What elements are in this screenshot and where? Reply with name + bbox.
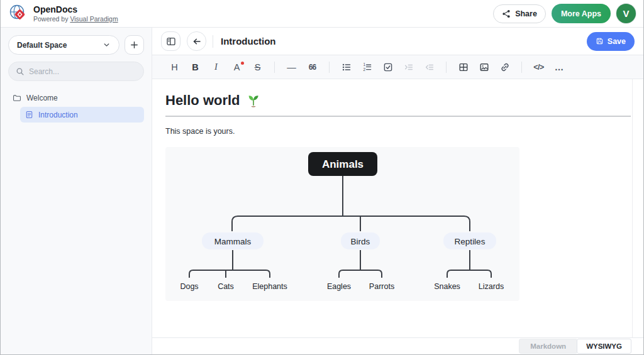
tree-item-welcome[interactable]: Welcome [8, 90, 144, 106]
chevron-down-icon [103, 41, 111, 49]
bullet-list-icon [341, 62, 352, 72]
doc-header: Introduction Save [152, 28, 643, 55]
editor-status-bar: Markdown WYSIWYG [152, 337, 643, 354]
share-icon [502, 9, 511, 18]
app-tagline: Powered by Visual Paradigm [33, 15, 118, 23]
font-color-button[interactable]: A [228, 59, 245, 75]
tree-item-introduction[interactable]: Introduction [20, 107, 144, 123]
app-title: OpenDocs [33, 4, 118, 14]
branch-node-label: Birds [351, 237, 370, 246]
blockquote-button[interactable]: 66 [304, 59, 321, 75]
leaf-node-label: Cats [218, 282, 234, 291]
branch-node-label: Reptiles [455, 237, 486, 246]
arrow-left-icon [192, 36, 202, 46]
save-label: Save [608, 37, 626, 46]
root-node-label: Animals [322, 158, 364, 170]
leaf-nodes: Dogs Cats Elephants Eagles Parrots Snake… [180, 282, 504, 291]
visual-paradigm-logo-icon [8, 4, 28, 23]
link-icon [500, 62, 510, 72]
header-divider [213, 35, 213, 48]
tree-item-label: Welcome [26, 94, 58, 102]
scrollbar-gutter [632, 79, 633, 337]
horizontal-rule-button[interactable]: — [283, 59, 300, 75]
table-button[interactable] [455, 59, 472, 75]
toolbar-divider [274, 62, 275, 73]
table-icon [458, 62, 469, 72]
page-tree: Welcome Introduction [8, 90, 144, 123]
more-apps-button[interactable]: More Apps [552, 4, 611, 23]
add-space-button[interactable] [125, 35, 144, 55]
indent-button[interactable] [400, 59, 417, 75]
link-button[interactable] [496, 59, 513, 75]
bullet-list-button[interactable] [338, 59, 355, 75]
italic-button[interactable]: I [208, 59, 225, 75]
outdent-button[interactable] [421, 59, 438, 75]
tree-connectors [189, 176, 491, 278]
image-icon [479, 62, 489, 72]
branch-node-label: Mammals [214, 237, 252, 246]
space-selector[interactable]: Default Space [8, 35, 119, 55]
more-options-button[interactable]: … [551, 59, 568, 75]
share-button[interactable]: Share [493, 4, 546, 23]
search-input[interactable] [29, 67, 136, 76]
strikethrough-button[interactable]: S [249, 59, 266, 75]
leaf-node-label: Parrots [369, 282, 394, 291]
leaf-node-label: Lizards [479, 282, 504, 291]
heading-button[interactable]: H [166, 59, 183, 75]
user-avatar[interactable]: V [616, 4, 636, 23]
leaf-node-label: Dogs [180, 282, 198, 291]
folder-icon [13, 94, 21, 102]
toolbar-divider [446, 62, 447, 73]
sidebar: Default Space [1, 28, 152, 354]
tree-diagram-svg: Animals Mammals Birds Reptiles Dogs Cats [165, 147, 519, 301]
outdent-icon [425, 62, 435, 72]
search-box [8, 62, 144, 81]
page-title: Introduction [221, 36, 275, 46]
main-panel: Introduction Save H B I A S — 66 [152, 28, 643, 354]
animals-tree-diagram[interactable]: Animals Mammals Birds Reptiles Dogs Cats [165, 147, 519, 301]
editor-area[interactable]: Hello world This space is yours. [152, 79, 643, 337]
top-header: OpenDocs Powered by Visual Paradigm Shar… [1, 0, 643, 28]
space-selector-value: Default Space [17, 41, 67, 50]
svg-text:2: 2 [363, 67, 365, 72]
code-button[interactable]: </> [530, 59, 547, 75]
document-paragraph: This space is yours. [165, 127, 643, 136]
leaf-node-label: Snakes [434, 282, 460, 291]
image-button[interactable] [475, 59, 492, 75]
indent-icon [404, 62, 414, 72]
numbered-list-button[interactable]: 1 2 [358, 59, 375, 75]
wysiwyg-mode-button[interactable]: WYSIWYG [577, 339, 631, 354]
leaf-node-label: Eagles [327, 282, 351, 291]
seedling-emoji [247, 94, 260, 107]
save-icon [596, 37, 604, 45]
plus-icon [130, 40, 139, 50]
document-icon [25, 111, 33, 119]
formatting-toolbar: H B I A S — 66 1 2 [152, 55, 643, 79]
toolbar-divider [329, 62, 330, 73]
bold-button[interactable]: B [187, 59, 204, 75]
numbered-list-icon: 1 2 [362, 62, 372, 72]
back-button[interactable] [187, 31, 206, 51]
header-actions: Share More Apps V [493, 4, 636, 23]
markdown-mode-button[interactable]: Markdown [519, 339, 577, 354]
branch-nodes: Mammals Birds Reptiles [202, 232, 496, 249]
panel-toggle-icon [166, 36, 176, 46]
opendocs-app: OpenDocs Powered by Visual Paradigm Shar… [1, 0, 643, 354]
color-dot [241, 62, 244, 65]
save-button[interactable]: Save [587, 32, 635, 51]
checkbox-icon [383, 62, 393, 72]
brand-block: OpenDocs Powered by Visual Paradigm [33, 4, 118, 22]
task-list-button[interactable] [379, 59, 396, 75]
heading-rule [165, 116, 631, 117]
leaf-node-label: Elephants [252, 282, 287, 291]
svg-text:1: 1 [363, 62, 365, 67]
visual-paradigm-link[interactable]: Visual Paradigm [70, 15, 118, 23]
tree-item-label: Introduction [38, 111, 78, 119]
search-icon [16, 67, 25, 76]
toggle-sidebar-button[interactable] [161, 31, 180, 51]
document-heading: Hello world [165, 92, 643, 109]
toolbar-divider [521, 62, 522, 73]
share-label: Share [515, 9, 537, 18]
